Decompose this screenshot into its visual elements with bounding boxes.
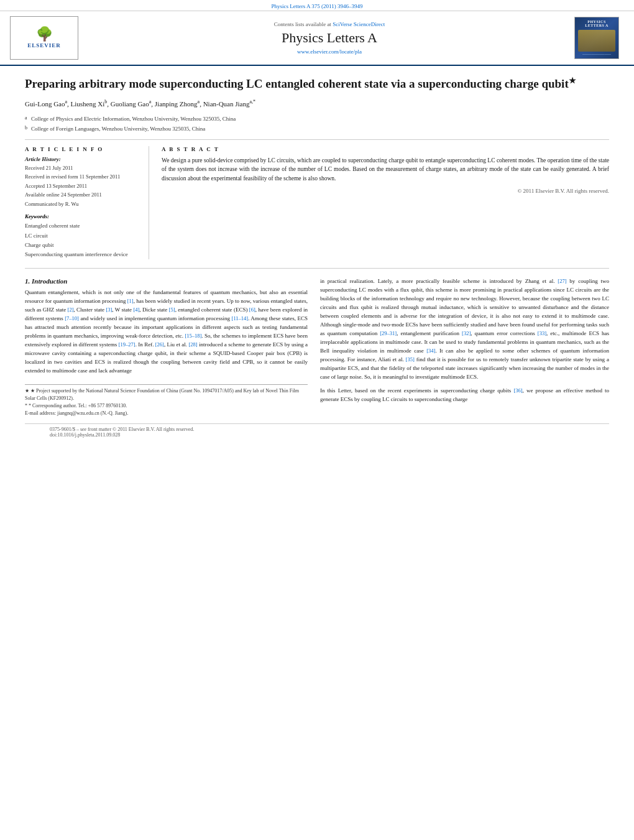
ref-1: [1] (127, 298, 134, 304)
keywords-label: Keywords: (25, 213, 140, 219)
affiliation-b: b College of Foreign Languages, Wenzhou … (25, 124, 609, 133)
abstract-col: A B S T R A C T We design a pure solid-d… (162, 146, 609, 259)
ref-15-18: [15–18] (185, 333, 201, 339)
top-banner: Physics Letters A 375 (2011) 3946–3949 (0, 0, 634, 11)
article-dates: Received 21 July 2011 Received in revise… (25, 164, 140, 208)
author-4-sup: a (198, 99, 200, 104)
ref-27: [27] (558, 278, 566, 284)
ref-33: [33] (538, 330, 546, 336)
abstract-heading: A B S T R A C T (162, 146, 609, 152)
ref-2: [2] (68, 307, 74, 313)
footnote-section: ★ ★ Project supported by the National Na… (25, 384, 308, 417)
divider-2 (25, 268, 609, 269)
author-2: Liusheng Xi (71, 100, 105, 108)
keywords-block: Keywords: Entangled coherent state LC ci… (25, 213, 140, 259)
ref-26: [26] (155, 341, 164, 348)
ref-34: [34] (426, 348, 435, 354)
sciverse-link[interactable]: SciVerse ScienceDirect (333, 21, 385, 27)
sciverse-text: Contents lists available at SciVerse Sci… (97, 21, 562, 27)
ref-3: [3] (106, 307, 112, 313)
footnote-email-text: E-mail address: jiangnq@wzu.edu.cn (N.-Q… (25, 410, 128, 416)
copyright-line: © 2011 Elsevier B.V. All rights reserved… (162, 188, 609, 194)
tree-icon: 🌳 (36, 27, 53, 41)
header-section: 🌳 ELSEVIER Contents lists available at S… (0, 11, 634, 66)
ref-19-27: [19–27] (119, 341, 136, 348)
journal-cover: PHYSICS LETTERS A ───────────── (574, 17, 619, 59)
ref-32: [32] (462, 330, 471, 336)
author-5: Nian-Quan Jiang (203, 100, 250, 108)
header-logo: 🌳 ELSEVIER (10, 16, 85, 60)
bottom-bar-doi: doi:10.1016/j.physleta.2011.09.028 (50, 432, 584, 438)
header-center: Contents lists available at SciVerse Sci… (85, 21, 574, 55)
ref-7-10: [7–10] (65, 315, 79, 321)
section-1-name: Introduction (32, 277, 67, 285)
right-para-2: In this Letter, based on the recent expe… (320, 387, 609, 404)
keyword-1: Entangled coherent state (25, 221, 140, 231)
title-text: Preparing arbitrary mode superconducting… (25, 77, 569, 90)
author-4: Jianping Zhong (155, 100, 198, 108)
article-info-heading: A R T I C L E I N F O (25, 146, 140, 152)
cover-title: PHYSICS LETTERS A (577, 20, 616, 27)
date-5: Communicated by R. Wu (25, 200, 140, 208)
footnote-star-symbol: ★ (25, 388, 30, 394)
affiliation-a: a College of Physics and Electric Inform… (25, 114, 609, 123)
affiliations: a College of Physics and Electric Inform… (25, 114, 609, 133)
section-1-number: 1. (25, 277, 30, 285)
left-para-1: Quantum entanglement, which is not only … (25, 288, 308, 375)
section-1-title: 1. Introduction (25, 277, 308, 285)
aff-a-letter: a (25, 114, 30, 122)
author-3-sup: a (149, 99, 152, 104)
aff-a-text: College of Physics and Electric Informat… (31, 114, 236, 123)
history-label: Article History: (25, 156, 140, 162)
ref-6: [6] (249, 307, 255, 313)
journal-url[interactable]: www.elsevier.com/locate/pla (97, 48, 562, 55)
author-2-sup: b (104, 99, 107, 104)
footnote-star: ★ ★ Project supported by the National Na… (25, 387, 308, 402)
author-5-sup: a,* (249, 99, 255, 104)
author-1-sup: a (65, 99, 67, 104)
authors-line: Gui-Long Gaoa, Liusheng Xib, Guoliang Ga… (25, 98, 609, 109)
header-right: PHYSICS LETTERS A ───────────── (574, 17, 624, 59)
right-para-1: in practical realization. Lately, a more… (320, 277, 609, 381)
aff-b-letter: b (25, 124, 30, 132)
keyword-2: LC circuit (25, 231, 140, 241)
divider-1 (25, 139, 609, 140)
bottom-bar-text: 0375-9601/$ – see front matter © 2011 El… (50, 427, 584, 432)
footnote-star-text: ★ Project supported by the National Natu… (25, 388, 299, 401)
ref-11-14: [11–14] (232, 315, 249, 321)
info-abstract-section: A R T I C L E I N F O Article History: R… (25, 146, 609, 259)
ref-28: [28] (188, 341, 197, 348)
keyword-3: Charge qubit (25, 241, 140, 250)
footnote-corr-text: * Corresponding author. Tel.: +86 577 89… (29, 403, 127, 408)
journal-ref: Physics Letters A 375 (2011) 3946–3949 (272, 3, 363, 9)
bottom-bar: 0375-9601/$ – see front matter © 2011 El… (25, 423, 609, 440)
article-title: Preparing arbitrary mode superconducting… (25, 76, 609, 92)
article-content: Preparing arbitrary mode superconducting… (0, 66, 634, 450)
ref-5: [5] (169, 307, 175, 313)
journal-title: Physics Letters A (97, 30, 562, 46)
page: Physics Letters A 375 (2011) 3946–3949 🌳… (0, 0, 634, 840)
body-left-col: 1. Introduction Quantum entanglement, wh… (25, 277, 308, 417)
aff-b-text: College of Foreign Languages, Wenzhou Un… (31, 124, 205, 133)
author-1: Gui-Long Gao (25, 100, 65, 108)
abstract-text: We design a pure solid-device comprised … (162, 156, 609, 183)
elsevier-label: ELSEVIER (27, 42, 61, 48)
date-2: Received in revised form 11 September 20… (25, 172, 140, 181)
article-history-block: Article History: Received 21 July 2011 R… (25, 156, 140, 208)
ref-35: [35] (406, 356, 415, 362)
body-right-col: in practical realization. Lately, a more… (320, 277, 609, 417)
article-info-col: A R T I C L E I N F O Article History: R… (25, 146, 149, 259)
body-section: 1. Introduction Quantum entanglement, wh… (25, 277, 609, 417)
date-4: Available online 24 September 2011 (25, 190, 140, 199)
footnote-email: E-mail address: jiangnq@wzu.edu.cn (N.-Q… (25, 410, 308, 417)
ref-29-31: [29–31] (380, 330, 397, 336)
title-star: ★ (569, 76, 576, 85)
ref-36: [36] (513, 387, 522, 394)
keyword-4: Superconducting quantum interference dev… (25, 250, 140, 259)
date-3: Accepted 13 September 2011 (25, 182, 140, 190)
footnote-corresponding: * * Corresponding author. Tel.: +86 577 … (25, 402, 308, 410)
date-1: Received 21 July 2011 (25, 164, 140, 172)
sciverse-prefix: Contents lists available at (274, 21, 333, 27)
ref-4: [4] (133, 307, 139, 313)
author-3: Guoliang Gao (111, 100, 149, 108)
